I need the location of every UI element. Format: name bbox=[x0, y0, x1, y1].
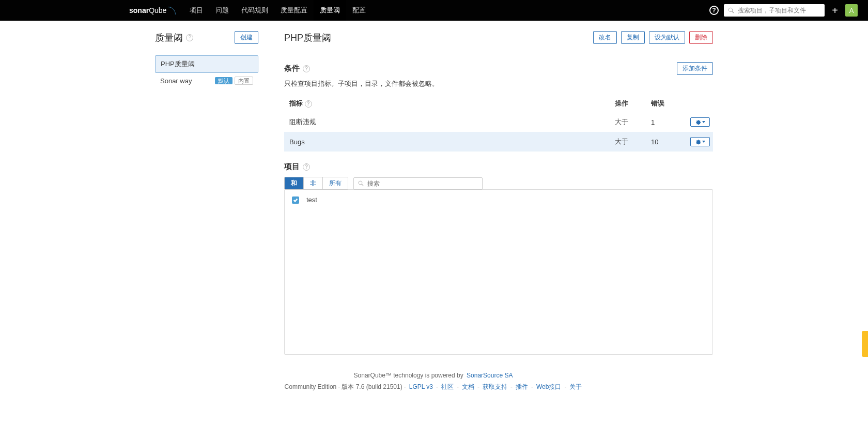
nav-item-1[interactable]: 问题 bbox=[209, 0, 235, 21]
logo-wave-icon bbox=[168, 7, 176, 14]
col-metric: 指标 bbox=[289, 99, 303, 107]
badge-blue: 默认 bbox=[215, 77, 233, 84]
chevron-down-icon bbox=[702, 121, 705, 123]
sidebar-title: 质量阈 bbox=[155, 32, 183, 44]
tab-with[interactable]: 和 bbox=[285, 177, 304, 189]
footer-link[interactable]: 文档 bbox=[462, 383, 474, 390]
nav-item-3[interactable]: 质量配置 bbox=[274, 0, 314, 21]
info-icon[interactable]: ? bbox=[305, 100, 312, 108]
cond-err: 1 bbox=[646, 112, 682, 132]
conditions-table: 指标 ? 操作 错误 阻断违规大于1Bugs大于10 bbox=[284, 95, 713, 152]
avatar[interactable]: A bbox=[845, 4, 858, 17]
conditions-section: 条件 ? 添加条件 只检查项目指标。子项目，目录，文件都会被忽略。 指标 ? 操… bbox=[284, 62, 713, 152]
sidebar: 质量阈 ? 创建 PHP质量阈Sonar way默认内置 bbox=[155, 31, 274, 355]
chevron-down-icon bbox=[702, 141, 705, 143]
cond-gear-button[interactable] bbox=[690, 137, 710, 146]
project-filter-tabs: 和 非 所有 bbox=[284, 177, 348, 190]
global-search[interactable] bbox=[724, 4, 825, 17]
logo-text-b: Qube bbox=[149, 6, 166, 14]
footer-text: SonarQube™ technology is powered by bbox=[354, 372, 465, 379]
gate-item[interactable]: PHP质量阈 bbox=[155, 55, 258, 73]
add-condition-button[interactable]: 添加条件 bbox=[677, 62, 713, 75]
logo[interactable]: sonarQube bbox=[129, 6, 183, 14]
project-item[interactable]: test bbox=[292, 195, 705, 205]
set-default-button[interactable]: 设为默认 bbox=[649, 31, 685, 44]
gate-item[interactable]: Sonar way默认内置 bbox=[155, 73, 258, 88]
nav-item-5[interactable]: 配置 bbox=[346, 0, 372, 21]
project-name: test bbox=[306, 196, 317, 204]
gear-icon bbox=[695, 139, 701, 145]
cond-gear-button[interactable] bbox=[690, 117, 710, 127]
checkbox-checked-icon[interactable] bbox=[292, 196, 299, 204]
nav-item-2[interactable]: 代码规则 bbox=[235, 0, 274, 21]
footer-link[interactable]: 获取支持 bbox=[483, 383, 507, 390]
projects-section: 项目 ? 和 非 所有 test bbox=[284, 162, 713, 355]
footer-sonarsource-link[interactable]: SonarSource SA bbox=[467, 372, 513, 379]
cond-metric: Bugs bbox=[284, 132, 610, 152]
info-icon[interactable]: ? bbox=[303, 65, 310, 72]
content: PHP质量阈 改名 复制 设为默认 删除 条件 ? 添加条件 只检查项目指标。子… bbox=[274, 31, 713, 355]
footer-link[interactable]: 插件 bbox=[516, 383, 528, 390]
info-icon[interactable]: ? bbox=[186, 34, 193, 41]
cond-op: 大于 bbox=[610, 112, 646, 132]
nav-item-4[interactable]: 质量阈 bbox=[314, 0, 346, 21]
footer: SonarQube™ technology is powered by Sona… bbox=[0, 355, 868, 403]
delete-button[interactable]: 删除 bbox=[689, 31, 713, 44]
footer-link[interactable]: 社区 bbox=[441, 383, 454, 390]
side-feedback-tab[interactable] bbox=[862, 331, 868, 357]
project-search[interactable] bbox=[353, 177, 483, 190]
badge-gray: 内置 bbox=[235, 77, 253, 85]
help-icon[interactable]: ? bbox=[709, 6, 719, 15]
create-plus-icon[interactable]: + bbox=[830, 5, 840, 17]
conditions-desc: 只检查项目指标。子项目，目录，文件都会被忽略。 bbox=[284, 79, 713, 88]
projects-heading: 项目 bbox=[284, 162, 300, 172]
copy-button[interactable]: 复制 bbox=[621, 31, 645, 44]
project-search-input[interactable] bbox=[367, 180, 478, 187]
search-icon bbox=[358, 180, 364, 187]
global-search-input[interactable] bbox=[738, 7, 820, 14]
condition-row: 阻断违规大于1 bbox=[284, 112, 713, 132]
top-navbar: sonarQube 项目问题代码规则质量配置质量阈配置 ? + A bbox=[0, 0, 868, 21]
search-icon bbox=[728, 7, 735, 14]
project-list: test bbox=[284, 189, 713, 355]
rename-button[interactable]: 改名 bbox=[593, 31, 617, 44]
cond-metric: 阻断违规 bbox=[284, 112, 610, 132]
gate-item-name: PHP质量阈 bbox=[161, 59, 195, 69]
col-err: 错误 bbox=[646, 95, 682, 112]
footer-link[interactable]: LGPL v3 bbox=[409, 383, 433, 390]
nav-item-0[interactable]: 项目 bbox=[183, 0, 209, 21]
create-gate-button[interactable]: 创建 bbox=[235, 31, 258, 44]
logo-text-a: sonar bbox=[129, 6, 149, 14]
gear-icon bbox=[695, 119, 701, 125]
info-icon[interactable]: ? bbox=[303, 163, 310, 171]
condition-row: Bugs大于10 bbox=[284, 132, 713, 152]
footer-edition: Community Edition bbox=[285, 383, 337, 390]
col-op: 操作 bbox=[610, 95, 646, 112]
cond-op: 大于 bbox=[610, 132, 646, 152]
tab-without[interactable]: 非 bbox=[304, 177, 323, 189]
cond-err: 10 bbox=[646, 132, 682, 152]
footer-version: 版本 7.6 (build 21501) bbox=[342, 383, 402, 390]
conditions-heading: 条件 bbox=[284, 64, 300, 73]
footer-link[interactable]: Web接口 bbox=[536, 383, 561, 390]
gate-item-name: Sonar way bbox=[160, 77, 192, 85]
footer-link[interactable]: 关于 bbox=[569, 383, 582, 390]
tab-all[interactable]: 所有 bbox=[323, 177, 348, 189]
gate-title: PHP质量阈 bbox=[284, 32, 331, 44]
